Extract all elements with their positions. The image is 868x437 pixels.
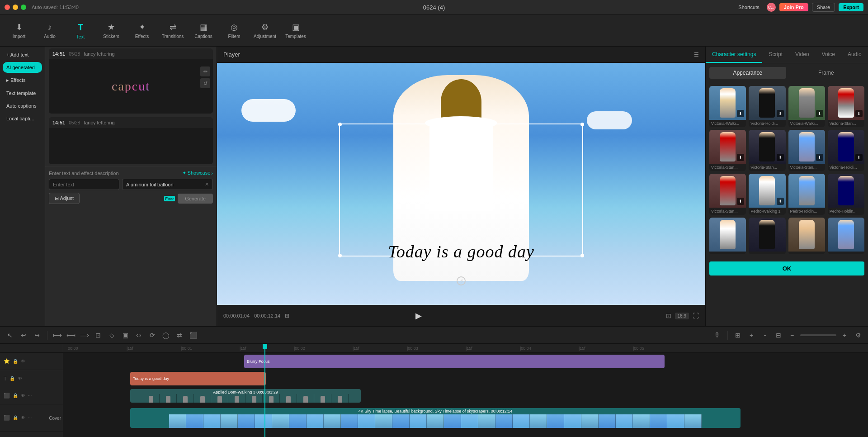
download-icon-1[interactable]: ⬇: [737, 110, 744, 117]
tab-video[interactable]: Video: [789, 47, 815, 63]
effects-eye-icon[interactable]: 👁: [21, 359, 25, 364]
loop-tool[interactable]: ⟳: [147, 330, 158, 341]
crop-tool[interactable]: ▣: [120, 330, 131, 341]
fullscreen-icon[interactable]: ⛶: [693, 312, 699, 319]
settings-icon[interactable]: ⚙: [853, 330, 863, 341]
refresh-icon[interactable]: ↺: [200, 78, 210, 88]
zoom-in-tool[interactable]: +: [746, 330, 757, 341]
export-button[interactable]: Export: [839, 3, 863, 11]
undo-tool[interactable]: ↩: [18, 330, 29, 341]
character-card-8[interactable]: ⬇ Victoria-Holdi...: [828, 130, 864, 171]
blurry-focus-segment[interactable]: Blurry Focus: [244, 355, 665, 368]
clear-icon[interactable]: ✕: [205, 181, 209, 187]
tab-character-settings[interactable]: Character settings: [706, 47, 762, 63]
download-icon-6[interactable]: ⬇: [777, 154, 784, 161]
edit-icon[interactable]: ✏: [200, 66, 210, 76]
ok-button[interactable]: OK: [709, 261, 864, 276]
person-more-icon[interactable]: ···: [28, 393, 32, 398]
minimize-button[interactable]: [13, 5, 18, 10]
character-card-14[interactable]: [749, 218, 785, 254]
selection-handle-bl[interactable]: [338, 254, 342, 257]
download-icon-5[interactable]: ⬇: [737, 154, 744, 161]
selection-handle-br[interactable]: [580, 254, 584, 257]
download-icon-7[interactable]: ⬇: [816, 154, 823, 161]
tool-text[interactable]: T Text: [66, 17, 95, 44]
split-view-tool[interactable]: ⊟: [773, 330, 784, 341]
local-captions-button[interactable]: Local capti...: [3, 113, 42, 124]
tool-adjustment[interactable]: ⚙ Adjustment: [250, 17, 279, 44]
add-text-button[interactable]: + Add text: [3, 49, 42, 60]
mic-icon[interactable]: 🎙: [712, 330, 723, 341]
storyboard-icon[interactable]: ⊞: [285, 313, 289, 319]
character-card-9[interactable]: ⬇ Victoria-Stan...: [709, 174, 746, 215]
text-card-2[interactable]: 14:51 05/28 fancy lettering: [49, 117, 213, 164]
share-button[interactable]: Share: [812, 3, 835, 12]
close-button[interactable]: [5, 5, 10, 10]
fit-tool[interactable]: ⊞: [732, 330, 743, 341]
player-menu-icon[interactable]: ☰: [694, 52, 699, 58]
ai-effect-input[interactable]: Aluminum foil balloon ✕: [122, 179, 213, 190]
select-tool[interactable]: ↖: [5, 330, 15, 341]
play-button[interactable]: ▶: [412, 309, 425, 323]
eraser-tool[interactable]: ◯: [160, 330, 171, 341]
character-card-13[interactable]: [709, 218, 746, 254]
zoom-slider[interactable]: [800, 334, 836, 336]
download-icon-9[interactable]: ⬇: [737, 198, 744, 205]
tab-script[interactable]: Script: [762, 47, 789, 63]
text-lock-icon[interactable]: 🔒: [9, 376, 15, 381]
tool-audio[interactable]: ♪ Audio: [35, 17, 64, 44]
tool-templates[interactable]: ▣ Templates: [281, 17, 310, 44]
character-card-11[interactable]: Pedro-Holdin...: [788, 174, 825, 215]
delete-tool[interactable]: ⊡: [93, 330, 104, 341]
character-card-7[interactable]: ⬇ Victoria-Stan...: [788, 130, 825, 171]
minus-zoom[interactable]: −: [787, 330, 797, 341]
split-tool[interactable]: ⟼: [52, 330, 63, 341]
character-card-12[interactable]: Pedro-Holdin...: [828, 174, 864, 215]
ai-text-input[interactable]: [49, 179, 119, 190]
ai-generated-button[interactable]: AI generated: [3, 62, 42, 73]
selection-handle-tr[interactable]: [580, 123, 584, 126]
generate-button[interactable]: Generate: [178, 194, 213, 204]
text-card-1[interactable]: 14:51 05/28 fancy lettering capcut ✏ ↺: [49, 48, 213, 114]
tool-import[interactable]: ⬇ Import: [5, 17, 33, 44]
redo-tool[interactable]: ↪: [32, 330, 42, 341]
selection-handle-tl[interactable]: [338, 123, 342, 126]
tab-audio[interactable]: Audio: [841, 47, 868, 63]
maximize-button[interactable]: [21, 5, 26, 10]
bg-eye-icon[interactable]: 👁: [21, 415, 25, 420]
character-card-1[interactable]: ⬇ Victoria-Walki...: [709, 86, 746, 127]
keyframe-tool[interactable]: ◇: [106, 330, 117, 341]
subtab-frame[interactable]: Frame: [788, 67, 865, 79]
auto-captions-button[interactable]: Auto captions: [3, 100, 42, 111]
character-card-3[interactable]: ⬇ Victoria-Walki...: [788, 86, 825, 127]
person-video-segment[interactable]: Applied Dom-Walking 3 00:00:01:29: [130, 389, 361, 403]
character-card-16[interactable]: [828, 218, 864, 254]
zoom-fit-icon[interactable]: ⊡: [666, 312, 671, 319]
character-card-4[interactable]: ⬇ Victoria-Stan...: [828, 86, 864, 127]
tool-effects[interactable]: ✦ Effects: [127, 17, 156, 44]
adjust-button[interactable]: ⊟ Adjust: [49, 193, 80, 204]
tool-captions[interactable]: ▦ Captions: [189, 17, 218, 44]
subtab-appearance[interactable]: Appearance: [709, 67, 786, 79]
tool-stickers[interactable]: ★ Stickers: [97, 17, 126, 44]
image-tool[interactable]: ⬛: [188, 330, 198, 341]
zoom-out-tool[interactable]: -: [760, 330, 770, 341]
character-card-2[interactable]: ⬇ Victoria-Holdi...: [749, 86, 785, 127]
character-card-10[interactable]: ⬇ Pedro-Walking 1: [749, 174, 785, 215]
tool-filters[interactable]: ◎ Filters: [220, 17, 249, 44]
text-template-button[interactable]: Text template: [3, 88, 42, 99]
split-right-tool[interactable]: ⟹: [79, 330, 90, 341]
aspect-ratio-badge[interactable]: 16:9: [675, 313, 689, 319]
bg-lock-icon[interactable]: 🔒: [13, 415, 18, 420]
download-icon-8[interactable]: ⬇: [855, 154, 863, 161]
replace-tool[interactable]: ⇄: [174, 330, 185, 341]
download-icon-10[interactable]: ⬇: [777, 198, 784, 205]
join-pro-button[interactable]: Join Pro: [779, 3, 808, 11]
character-card-5[interactable]: ⬇ Victoria-Stan...: [709, 130, 746, 171]
mirror-tool[interactable]: ⇔: [133, 330, 144, 341]
plus-zoom[interactable]: +: [839, 330, 850, 341]
tab-voice[interactable]: Voice: [816, 47, 841, 63]
person-eye-icon[interactable]: 👁: [21, 393, 25, 398]
tool-transitions[interactable]: ⇌ Transitions: [158, 17, 187, 44]
split-left-tool[interactable]: ⟻: [66, 330, 76, 341]
